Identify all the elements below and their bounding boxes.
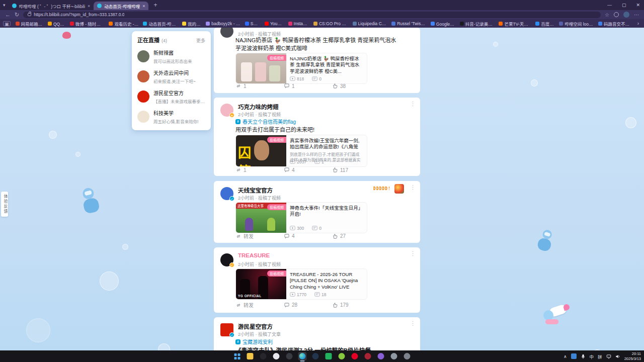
bookmark-item[interactable]: SOOP — [243, 21, 262, 27]
uploader-avatar[interactable]: ✓ — [220, 323, 233, 336]
tab-dynamic-feed[interactable]: 动态首页-哔哩哔哩 × — [94, 2, 148, 10]
more-options-icon[interactable]: ··· — [411, 251, 416, 257]
profile-avatar[interactable] — [623, 12, 629, 18]
live-more-link[interactable]: 更多 — [196, 37, 205, 44]
bookmark-item[interactable]: Liquipedia Counter... — [351, 21, 389, 27]
file-explorer-icon[interactable] — [246, 352, 255, 360]
netease-music-icon[interactable] — [351, 352, 359, 360]
comment-button[interactable]: 4 — [284, 232, 332, 240]
ime-chinese-indicator[interactable]: 中 — [590, 353, 594, 359]
tab-search-chevron-icon[interactable]: ▾ — [3, 3, 6, 8]
uploader-avatar[interactable] — [220, 28, 233, 38]
like-button[interactable]: 179 — [332, 301, 380, 309]
live-item[interactable]: 新鲜辣酱 我可以画这形态出来 — [137, 49, 205, 64]
more-options-icon[interactable]: ··· — [411, 101, 416, 107]
bookmark-item[interactable]: CS:GO Pro Settings... — [311, 21, 350, 27]
like-button[interactable]: 27 — [332, 232, 380, 240]
close-button[interactable]: ✕ — [636, 3, 640, 8]
url-bar[interactable]: https://t.bilibili.com/?spm_id_from=333.… — [23, 12, 601, 18]
decoration-bubble — [75, 152, 80, 157]
live-item[interactable]: 天外造云间中间 初来报道,关注一下吧~ — [137, 69, 205, 84]
tray-chevron-up-icon[interactable]: ∧ — [564, 354, 567, 359]
bookmark-item[interactable]: badboyy2k - Twitch — [204, 21, 243, 27]
dark-red-app-icon[interactable] — [364, 352, 372, 360]
uploader-name[interactable]: 巧克力味的烤翅 — [238, 103, 279, 111]
comment-button[interactable]: 1 — [284, 83, 332, 89]
bookmark-item[interactable]: 哔哩空间 loopspac... — [557, 20, 596, 27]
play-count: 300 — [297, 226, 304, 231]
bookmark-item[interactable]: 码路音交不知如何... — [596, 20, 635, 27]
new-tab-button[interactable]: + — [153, 2, 157, 9]
uploader-name[interactable]: TREASURE — [238, 252, 270, 258]
recorder-app-icon[interactable] — [285, 352, 294, 360]
live-item[interactable]: 科技美学 周五好心情,影音来陪你! — [137, 109, 205, 124]
edge-browser-icon[interactable] — [298, 352, 307, 360]
uploader-name[interactable]: 天线宝宝官方 — [238, 186, 273, 194]
uploader-avatar[interactable]: ✓ — [220, 187, 233, 200]
start-button[interactable] — [233, 352, 242, 360]
bookmark-item[interactable]: 百度网盘 — [533, 20, 556, 27]
repost-button[interactable]: 1 — [235, 167, 284, 173]
video-card[interactable]: YG OFFICIAL 投稿视频 TREASURE - 2025-26 TOUR… — [235, 268, 367, 300]
topic-link[interactable]: #春天立个自信而美的flag — [235, 118, 296, 125]
tab-close-icon[interactable]: × — [142, 4, 145, 9]
microphone-icon[interactable] — [581, 354, 586, 359]
video-card[interactable]: 这里有神奇岛大事 投稿视频 神奇岛大事件!「天线宝宝生日月」开启! 300 0 — [235, 202, 367, 233]
bookmark-item[interactable]: Google 翻译 — [429, 20, 457, 27]
article-title[interactable]: 《毒液突击队》游民评测7.2分 一份纯粹的B级片快餐 — [235, 346, 401, 350]
bookmark-item[interactable]: 观看历史 - 斗鱼 — [107, 20, 140, 27]
bookmarks-sidebar-icon[interactable]: ▣ — [3, 21, 11, 26]
settings-icon[interactable] — [403, 352, 412, 360]
bookmark-item[interactable]: 网易邮箱6.0版 — [14, 20, 45, 27]
uploader-avatar[interactable]: ✓ — [220, 253, 233, 266]
comment-button[interactable]: 28 — [284, 301, 332, 309]
more-options-icon[interactable]: ··· — [411, 321, 416, 327]
bookmark-item[interactable]: QQ邮箱 — [46, 20, 67, 27]
bookmark-item[interactable]: 芒果TV-天生青春 — [497, 20, 533, 27]
repost-button[interactable]: 转发 — [235, 232, 284, 240]
extensions-icon[interactable] — [614, 12, 619, 17]
live-item[interactable]: 游民星空官方 【直播】未来游戏展春季发布会 — [137, 89, 205, 104]
comment-button[interactable]: 4 — [284, 167, 332, 173]
browser-chrome: ▾ 哔哩哔哩 ( ゜- ゜)つロ 干杯~-bilibili × 动态首页-哔哩哔… — [0, 0, 644, 28]
like-button[interactable]: 38 — [332, 83, 380, 89]
uploader-avatar[interactable]: ✦ — [220, 104, 233, 117]
repost-button[interactable]: 1 — [235, 83, 284, 89]
steam-icon[interactable] — [311, 352, 320, 360]
wechat-icon[interactable] — [325, 352, 333, 360]
repost-button[interactable]: 转发 — [235, 301, 284, 309]
bookmark-item[interactable]: Russel 'Twistzz' Va... — [389, 21, 428, 27]
like-button[interactable]: 117 — [332, 167, 380, 173]
maximize-button[interactable]: ▢ — [622, 3, 626, 8]
tab-bilibili-home[interactable]: 哔哩哔哩 ( ゜- ゜)つロ 干杯~-bilibili × — [9, 2, 94, 10]
bookmark-star-icon[interactable]: ☆ — [605, 12, 609, 18]
back-icon[interactable]: ← — [5, 12, 11, 18]
bookmark-item[interactable]: 抖音-记录美好生活 — [458, 20, 497, 27]
bookmark-item[interactable]: 动态首页-哔哩哔哩 — [141, 20, 180, 27]
browser-menu-icon[interactable]: ··· — [634, 12, 639, 18]
tab-close-icon[interactable]: × — [88, 4, 90, 9]
refresh-icon[interactable]: ↻ — [15, 12, 19, 18]
bookmark-item[interactable]: 我的订阅 — [180, 20, 203, 27]
minimize-button[interactable]: — — [607, 3, 612, 8]
uploader-name[interactable]: 游民星空官方 — [238, 322, 273, 330]
bookmark-item[interactable]: 微博 - 随时随地发... — [68, 20, 107, 27]
bookmark-item[interactable]: YouTube — [263, 21, 286, 27]
dark-app-icon[interactable] — [259, 352, 268, 360]
video-card[interactable]: 囚笼 投稿视频 真实事件改编!王宝强六年磨一剑,拍出底层人的命运悲歌!《八角笼中… — [235, 135, 367, 167]
ime-pinyin-indicator[interactable]: 拼 — [598, 353, 602, 359]
feedback-tab[interactable]: 体验反馈 — [1, 192, 8, 217]
bookmark-item[interactable]: Instagram — [286, 21, 311, 27]
display-icon[interactable] — [606, 354, 611, 359]
topic-link[interactable]: #宝藏游戏安利 — [235, 338, 273, 345]
purple-app-icon[interactable] — [377, 352, 385, 360]
green-sphere-app-icon[interactable] — [338, 352, 346, 360]
tray-app-icon[interactable] — [571, 353, 577, 359]
bookmarks-overflow-chevron[interactable]: › — [635, 21, 641, 26]
volume-icon[interactable] — [615, 354, 620, 359]
plane-app-icon[interactable] — [390, 352, 398, 360]
taskbar-clock[interactable]: 20:11 2025/3/13 — [624, 351, 641, 361]
lightning-app-icon[interactable] — [272, 352, 281, 360]
more-options-icon[interactable]: ··· — [411, 185, 416, 191]
video-card[interactable]: 投稿视频 NAJING奶茶店 🦆 鸭屎香柠檬冰茶 生椰厚乳拿铁 青提茉莉气泡水 … — [235, 53, 367, 84]
